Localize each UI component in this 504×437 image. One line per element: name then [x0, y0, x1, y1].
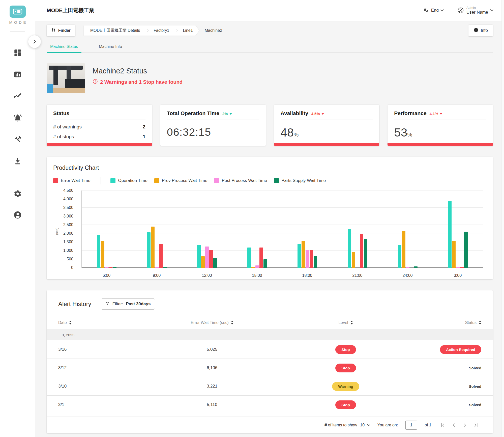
settings-icon[interactable] — [13, 189, 22, 198]
avatar-icon — [457, 7, 464, 14]
cell-date: 3/10 — [58, 384, 134, 389]
status-text-solved: Solved — [469, 384, 481, 389]
gridline — [82, 190, 483, 190]
table-footer: # of items to show 10 You are on: 1 of 1 — [47, 417, 493, 433]
finder-label: Finder — [58, 28, 71, 33]
tab-machine-status[interactable]: Machine Status — [47, 41, 81, 53]
status-row: # of stops1 — [53, 134, 145, 140]
content: Finder MODE上田電機工業 DetailsFactory1Line1 M… — [35, 21, 504, 437]
breadcrumb-item[interactable]: MODE上田電機工業 Details — [90, 28, 140, 33]
dashboard-icon[interactable] — [13, 48, 22, 57]
sort-icon — [479, 321, 481, 324]
bar-post-process-wait-time — [155, 267, 159, 268]
status-row-label: # of stops — [53, 134, 74, 140]
legend-item[interactable]: Post Process Wait Time — [214, 178, 267, 183]
prev-page-icon[interactable] — [451, 422, 457, 428]
column-header-error-wait-time-sec-[interactable]: Error Wait Time (sec) — [134, 320, 290, 325]
gridline — [82, 250, 483, 251]
bar-operation-time — [398, 245, 401, 268]
sidebar-nav — [0, 48, 35, 166]
bar-post-process-wait-time — [456, 267, 460, 268]
cell-level: Stop — [290, 400, 401, 409]
breadcrumb-item[interactable]: Line1 — [183, 28, 193, 33]
items-per-page-select[interactable]: # of items to show 10 — [324, 423, 370, 427]
legend-item[interactable]: Parts Supply Wait Time — [274, 178, 326, 183]
cell-date: 3/1 — [58, 402, 134, 407]
y-tick-label: 2,000 — [63, 231, 73, 236]
page-number-input[interactable]: 1 — [405, 421, 417, 430]
caret-down-icon — [321, 113, 324, 115]
trend-icon[interactable] — [13, 92, 22, 100]
sidebar-divider-2 — [10, 177, 25, 177]
account-icon[interactable] — [13, 211, 22, 219]
gridline — [82, 233, 483, 233]
legend-item[interactable]: Prev Process Wait Time — [154, 178, 207, 183]
page-total-label: of 1 — [425, 423, 431, 427]
top-bar: MODE上田電機工業 Eng — [35, 0, 504, 21]
translate-icon — [423, 8, 429, 13]
x-tick-label: 9:00 — [153, 273, 161, 278]
tab-bar: Machine StatusMachine Info — [47, 41, 493, 53]
y-tick-label: 3,000 — [63, 214, 73, 219]
status-badge-action-required: Action Required — [440, 345, 481, 354]
x-tick-label: 21:00 — [352, 273, 362, 278]
sitemap-icon — [51, 28, 56, 33]
info-button[interactable]: Info — [468, 25, 493, 36]
column-header-status[interactable]: Status — [401, 320, 481, 325]
items-per-page-label: # of items to show — [324, 423, 357, 427]
legend-item[interactable]: Operation Time — [110, 178, 147, 183]
sidebar: MODE — [0, 0, 35, 437]
bar-group — [97, 190, 116, 268]
page-title: MODE上田電機工業 — [47, 7, 94, 14]
filter-button[interactable]: Filter: Past 30days — [101, 298, 155, 310]
cell-error-wait: 6,106 — [134, 365, 290, 370]
download-icon[interactable] — [13, 157, 22, 166]
table-row: 3/126,106StopSolved — [47, 359, 493, 377]
x-axis-ticks: 6:009:0012:0015:0018:0021:0024:003:00 — [81, 273, 483, 279]
bar-group — [247, 190, 267, 268]
bar-operation-time — [348, 229, 351, 268]
finder-button[interactable]: Finder — [47, 25, 75, 36]
sidebar-divider — [10, 32, 25, 32]
mode-logo-icon — [10, 6, 26, 18]
bar-group — [298, 190, 317, 268]
first-page-icon[interactable] — [440, 422, 446, 428]
legend-label: Error Wait Time — [61, 178, 90, 183]
scrollbar[interactable] — [501, 0, 504, 437]
table-row: 3/165,025StopAction Required — [47, 340, 493, 359]
total-operation-time-delta[interactable]: 2% — [222, 112, 232, 116]
sidebar-collapse-button[interactable] — [28, 35, 41, 48]
cell-error-wait: 3,221 — [134, 384, 290, 389]
next-page-icon[interactable] — [462, 422, 468, 428]
performance-delta[interactable]: 4.1% — [430, 112, 442, 116]
language-selector[interactable]: Eng — [423, 8, 443, 13]
user-role: Admin — [466, 6, 488, 10]
last-page-icon[interactable] — [473, 422, 479, 428]
items-per-page-value: 10 — [360, 423, 365, 427]
sort-icon — [231, 321, 233, 324]
tab-machine-info[interactable]: Machine Info — [95, 41, 126, 52]
bar-chart-icon[interactable] — [13, 70, 22, 79]
tools-icon[interactable] — [13, 135, 22, 144]
bell-icon[interactable] — [13, 114, 22, 122]
breadcrumb-item[interactable]: Factory1 — [154, 28, 169, 33]
chevron-down-icon — [490, 8, 493, 12]
breadcrumb-separator-icon — [174, 29, 178, 32]
legend-item[interactable]: Error Wait Time — [53, 178, 90, 183]
breadcrumb-separator-icon — [145, 29, 149, 32]
x-tick-label: 15:00 — [252, 273, 262, 278]
bar-parts-supply-wait-time — [414, 266, 418, 268]
column-header-date[interactable]: Date — [58, 320, 134, 325]
chevron-right-icon — [32, 39, 37, 44]
column-header-level[interactable]: Level — [290, 320, 401, 325]
total-operation-time-title: Total Operation Time — [167, 110, 219, 116]
breadcrumb-arrow — [195, 25, 199, 36]
chart-legend: Error Wait TimeOperation TimePrev Proces… — [53, 177, 486, 184]
bar-group — [448, 190, 468, 268]
availability-delta[interactable]: 4.5% — [311, 112, 324, 116]
user-menu[interactable]: Admin User Name — [457, 6, 493, 15]
availability-card: Availability 4.5% 48% — [274, 105, 379, 146]
level-badge-warning: Warning — [332, 382, 359, 391]
status-accent-bar — [47, 143, 152, 146]
legend-label: Post Process Wait Time — [222, 178, 267, 183]
